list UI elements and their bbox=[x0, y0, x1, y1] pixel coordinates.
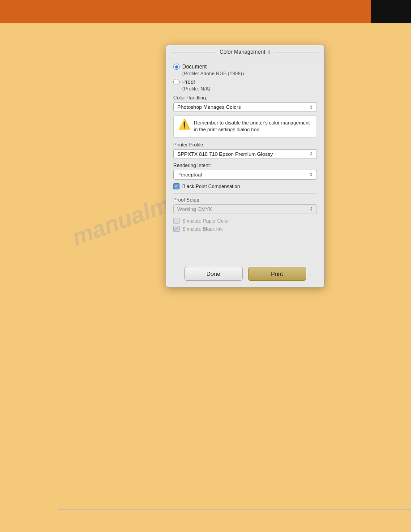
top-bar bbox=[0, 0, 411, 23]
simulate-black-checkbox[interactable] bbox=[173, 226, 180, 232]
document-radio-row[interactable]: Document bbox=[173, 64, 317, 70]
color-management-dialog: Color Management ⇕ Document (Profile: Ad… bbox=[166, 45, 325, 287]
buttons-row: Done Print bbox=[166, 267, 324, 281]
printer-profile-dropdown[interactable]: SPPXTX 810 710 Epson Premium Glossy ⇕ bbox=[173, 149, 317, 159]
rendering-intent-value: Perceptual bbox=[177, 172, 202, 177]
warning-icon: ⚠️ bbox=[178, 120, 190, 129]
simulate-black-label: Simulate Black Ink bbox=[182, 226, 223, 232]
simulate-black-row: Simulate Black Ink bbox=[173, 226, 317, 232]
rendering-intent-dropdown[interactable]: Perceptual ⇕ bbox=[173, 170, 317, 180]
warning-box: ⚠️ Remember to disable the printer's col… bbox=[173, 116, 317, 137]
print-button[interactable]: Print bbox=[248, 267, 306, 281]
simulate-paper-checkbox[interactable] bbox=[173, 218, 180, 224]
black-point-row[interactable]: Black Point Compensation bbox=[173, 183, 317, 189]
printer-profile-arrow: ⇕ bbox=[309, 151, 313, 156]
warning-text: Remember to disable the printer's color … bbox=[194, 120, 312, 133]
color-handling-dropdown[interactable]: Photoshop Manages Colors ⇕ bbox=[173, 102, 317, 112]
document-radio[interactable] bbox=[173, 64, 180, 70]
top-bar-black bbox=[371, 0, 411, 23]
simulate-paper-label: Simulate Paper Color bbox=[182, 218, 229, 223]
printer-profile-label: Printer Profile: bbox=[173, 142, 317, 147]
black-point-checkbox[interactable] bbox=[173, 183, 180, 189]
printer-profile-value: SPPXTX 810 710 Epson Premium Glossy bbox=[177, 151, 273, 157]
color-handling-label: Color Handling: bbox=[173, 95, 317, 100]
proof-setup-label: Proof Setup: bbox=[173, 197, 317, 202]
color-handling-value: Photoshop Manages Colors bbox=[177, 104, 241, 110]
proof-profile: (Profile: N/A) bbox=[182, 86, 317, 91]
proof-label: Proof bbox=[182, 79, 195, 85]
proof-setup-divider bbox=[173, 193, 317, 193]
color-handling-arrow: ⇕ bbox=[309, 105, 313, 110]
dialog-title-arrow: ⇕ bbox=[267, 50, 271, 55]
dialog-titlebar: Color Management ⇕ bbox=[166, 45, 324, 59]
proof-radio[interactable] bbox=[173, 79, 180, 85]
proof-setup-arrow: ⇕ bbox=[309, 206, 313, 211]
black-point-label: Black Point Compensation bbox=[182, 184, 240, 189]
dialog-body: Document (Profile: Adobe RGB (1998)) Pro… bbox=[166, 59, 324, 232]
document-profile: (Profile: Adobe RGB (1998)) bbox=[182, 71, 317, 76]
rendering-intent-label: Rendering Intent: bbox=[173, 163, 317, 168]
proof-setup-dropdown[interactable]: Working CMYK ⇕ bbox=[173, 204, 317, 214]
done-button[interactable]: Done bbox=[184, 267, 243, 281]
proof-setup-value: Working CMYK bbox=[177, 206, 212, 212]
dialog-title: Color Management ⇕ bbox=[216, 49, 274, 55]
bottom-divider bbox=[58, 509, 411, 510]
proof-radio-row[interactable]: Proof bbox=[173, 79, 317, 85]
dialog-spacer bbox=[166, 234, 324, 261]
rendering-intent-arrow: ⇕ bbox=[309, 172, 313, 177]
document-label: Document bbox=[182, 64, 207, 70]
dialog-title-label: Color Management bbox=[219, 49, 265, 55]
simulate-paper-row: Simulate Paper Color bbox=[173, 218, 317, 224]
